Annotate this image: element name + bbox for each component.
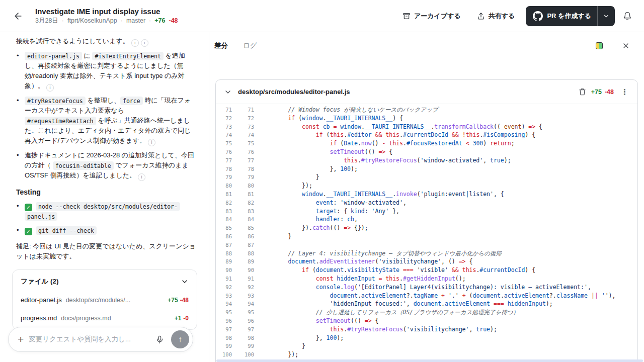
diff-line: 7373 const cb = window.__TAURI_INTERNALS… — [216, 123, 637, 131]
code-token: return — [490, 140, 511, 147]
inline-code: focusin-editable — [53, 161, 114, 170]
code-token: . — [403, 140, 407, 147]
file-row[interactable]: editor-panel.jsdesktop/src/modules/...+7… — [13, 291, 197, 309]
create-pr-dropdown[interactable] — [597, 6, 615, 26]
file-additions: +1 — [175, 313, 182, 323]
new-line-number: 98 — [238, 334, 260, 342]
summary-bullet: •#tryRestoreFocus を整理し、force 時に「現在フォーカス中… — [16, 96, 197, 146]
citation-chip[interactable]: i — [148, 139, 155, 146]
file-path: docs/progress.md — [61, 313, 170, 323]
old-line-number: 97 — [216, 325, 238, 334]
code-token: // 少し遅延してリフォーカス（OS/ブラウザのフォーカス処理完了を待つ） — [316, 309, 519, 316]
file-row[interactable]: progress.mddocs/progress.md+1-0 — [13, 309, 197, 327]
chat-input-bar[interactable]: + 変更リクエストや質問を入力し... ↑ — [8, 327, 193, 352]
code-token: { — [372, 317, 379, 324]
files-card: ファイル (2) editor-panel.jsdesktop/src/modu… — [12, 269, 197, 330]
code-token: 300 — [473, 140, 484, 147]
diff-line: 100100 }); — [216, 350, 637, 359]
code-token: setTimeout — [330, 148, 364, 155]
old-line-number: 92 — [216, 283, 238, 292]
tab-log[interactable]: ログ — [243, 41, 257, 50]
citation-chip[interactable]: i — [131, 39, 139, 47]
code-token: 'hiddenInput focused:' — [330, 300, 406, 307]
code-text: if (Date.now() - this.#focusRestoredAt <… — [260, 139, 515, 148]
chat-input-placeholder[interactable]: 変更リクエストや質問を入力し... — [29, 335, 148, 344]
mic-button[interactable] — [153, 333, 166, 346]
diff-file-path[interactable]: desktop/src/modules/editor-panel.js — [238, 88, 350, 96]
code-token: , — [483, 157, 490, 164]
close-panel-button[interactable] — [620, 40, 632, 52]
old-line-number: 78 — [216, 165, 238, 173]
code-token: === — [494, 300, 504, 307]
code-token: log — [344, 284, 354, 291]
code-token — [504, 300, 508, 307]
file-deletions: -0 — [183, 313, 189, 323]
attach-button[interactable]: + — [18, 333, 24, 345]
code-token: ( — [466, 292, 473, 299]
back-arrow-icon — [13, 11, 23, 21]
code-token: 'visible' — [417, 266, 448, 274]
diff-line: 9191 const hiddenInput = this.#getHidden… — [216, 275, 637, 283]
horizontal-scrollbar[interactable] — [216, 359, 643, 362]
create-pr-label: PR を作成する — [547, 12, 591, 21]
new-line-number: 92 — [238, 283, 260, 292]
discard-button[interactable] — [577, 86, 588, 98]
meta-branch: master — [126, 17, 145, 24]
code-token: addEventListener — [319, 258, 375, 265]
code-token: window — [340, 123, 361, 130]
citation-chip[interactable]: i — [138, 173, 145, 181]
new-line-number: 82 — [238, 199, 260, 207]
code-token: activeElement — [504, 292, 549, 299]
new-line-number: 94 — [238, 300, 260, 308]
diff-panel: 差分 ログ desktop/src/modules/editor-panel — [209, 32, 644, 362]
code-token: . — [358, 157, 361, 164]
code-token: ), — [609, 292, 616, 299]
tab-diff[interactable]: 差分 — [214, 41, 228, 50]
code-token: }). — [302, 224, 312, 231]
create-pr-button[interactable]: PR を作成する — [526, 6, 597, 26]
diff-line: 8181 window.__TAURI_INTERNALS__.invoke('… — [216, 190, 637, 199]
citation-chip[interactable]: i — [141, 39, 148, 47]
back-button[interactable] — [11, 9, 25, 23]
diff-line: 9090 if (document.visibilityState === 'v… — [216, 266, 637, 275]
code-text: }, 100); — [260, 334, 344, 342]
new-line-number: 81 — [238, 190, 260, 199]
file-menu-button[interactable]: ⋮ — [617, 85, 632, 99]
code-token: } — [316, 173, 319, 180]
code-token: 100 — [340, 165, 351, 172]
files-card-header[interactable]: ファイル (2) — [13, 270, 197, 291]
meta-repo[interactable]: ftprt/KoseikunApp — [67, 17, 117, 24]
session-title-block: Investigate IME input display issue 3月28… — [35, 7, 178, 25]
code-token: }); — [288, 351, 298, 358]
old-line-number: 81 — [216, 190, 238, 199]
collapse-file-button[interactable] — [222, 86, 234, 98]
new-line-number: 74 — [238, 131, 260, 139]
diff-code[interactable]: 7171 // Window focus が発火しないケースのバックアップ727… — [216, 104, 637, 362]
notifications-button[interactable] — [621, 10, 634, 23]
inline-code: editor-panel.js — [25, 52, 82, 60]
diff-line: 8383 target: { kind: 'Any' }, — [216, 207, 637, 216]
summary-bullet: •進捗ドキュメントに 2026-03-28 の追加対策として、今回の方針（ fo… — [16, 150, 197, 181]
code-text: // Window focus が発火しないケースのバックアップ — [260, 106, 438, 114]
share-label: 共有する — [489, 12, 515, 21]
citation-chip[interactable]: i — [46, 84, 54, 92]
code-token: . — [399, 131, 403, 138]
code-token: + — [441, 292, 445, 299]
code-token — [462, 140, 466, 147]
summary-bullet: •editor-panel.js に #isTextEntryElement を… — [16, 51, 197, 92]
code-token: { — [466, 258, 473, 265]
diff-tabbar: 差分 ログ — [209, 32, 644, 59]
diff-line: 8585 }).catch(() => {}); — [216, 224, 637, 232]
code-token: ( — [403, 326, 407, 333]
archive-button[interactable]: アーカイブする — [397, 8, 466, 25]
code-token: #getHiddenInput — [403, 275, 455, 282]
send-button[interactable]: ↑ — [171, 330, 189, 348]
code-token: className — [556, 292, 588, 299]
chat-scroll-area[interactable]: 接続を試行できるようにしています。ii •editor-panel.js に #… — [0, 32, 209, 362]
file-diff-counts: +75-48 — [168, 295, 189, 305]
share-button[interactable]: 共有する — [472, 8, 520, 25]
old-line-number: 88 — [216, 249, 238, 258]
code-token: handler — [316, 216, 340, 223]
code-token: document — [288, 258, 315, 265]
changes-indicator-button[interactable] — [594, 40, 605, 51]
